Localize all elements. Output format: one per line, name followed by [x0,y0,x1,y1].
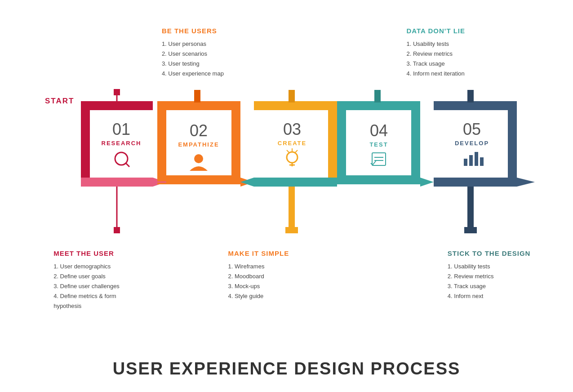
svg-rect-54 [469,155,473,166]
svg-rect-20 [254,101,337,110]
svg-rect-2 [81,101,153,110]
list-item: 2. Moodboard [228,272,318,281]
top-title-be-users: BE THE USERS [162,27,224,35]
bottom-list-stick: 1. Usability tests 2. Review metrics 3. … [448,262,546,301]
top-label-data-dont-lie: DATA DON'T LIE 1. Usability tests 2. Rev… [406,27,465,79]
svg-rect-53 [464,159,467,166]
svg-rect-57 [467,187,474,229]
svg-text:EMPATHIZE: EMPATHIZE [178,141,219,148]
bottom-label-make-simple: MAKE IT SIMPLE 1. Wireframes 2. Moodboar… [228,249,318,311]
svg-rect-12 [114,227,120,233]
list-item: 3. Define user challenges [53,281,143,291]
svg-rect-21 [328,101,337,187]
list-item: 1. User demographics [53,262,143,272]
list-item: 4. Inform next [448,291,546,301]
svg-rect-50 [467,90,474,102]
svg-rect-46 [508,101,517,187]
svg-text:RESEARCH: RESEARCH [102,140,142,147]
diagram-svg: 01 RESEARCH 02 EMPATHIZE [27,88,546,249]
svg-rect-34 [289,187,295,229]
svg-text:05: 05 [463,120,481,138]
list-item: 4. Style guide [228,291,318,301]
page-container: BE THE USERS 1. User personas 2. User sc… [0,0,573,392]
list-item: 4. Inform next iteration [406,69,465,79]
svg-marker-44 [420,178,434,187]
list-item: 1. User personas [162,39,224,49]
bottom-list-meet: 1. User demographics 2. Define user goal… [53,262,143,311]
bottom-title-stick: STICK TO THE DESIGN [448,249,546,257]
svg-text:DEVELOP: DEVELOP [455,140,489,147]
svg-rect-15 [194,90,200,102]
svg-text:CREATE: CREATE [278,140,306,147]
top-labels: BE THE USERS 1. User personas 2. User sc… [0,27,573,79]
top-title-data: DATA DON'T LIE [406,27,465,35]
top-label-be-the-users: BE THE USERS 1. User personas 2. User sc… [162,27,224,79]
bottom-title-make: MAKE IT SIMPLE [228,249,318,257]
list-item: 2. Define user goals [53,272,143,281]
svg-rect-55 [475,152,478,166]
list-item: 2. User scenarios [162,49,224,59]
svg-text:03: 03 [283,120,301,138]
list-item: 1. Usability tests [448,262,546,272]
bottom-label-meet-user: MEET THE USER 1. User demographics 2. De… [53,249,143,311]
svg-rect-4 [81,178,153,187]
svg-rect-35 [285,227,298,233]
svg-rect-1 [114,89,120,95]
list-item: 3. Mock-ups [228,281,318,291]
svg-text:TEST: TEST [369,141,388,148]
bottom-label-stick: STICK TO THE DESIGN 1. Usability tests 2… [448,249,546,311]
svg-rect-56 [480,157,484,166]
list-item: 2. Review metrics [406,49,465,59]
bottom-list-make: 1. Wireframes 2. Moodboard 3. Mock-ups 4… [228,262,318,301]
list-item: 4. Define metrics & form hypothesis [53,291,143,311]
svg-text:04: 04 [370,121,388,140]
list-item: 1. Usability tests [406,39,465,49]
svg-rect-22 [254,178,337,187]
bottom-title-meet: MEET THE USER [53,249,143,257]
svg-rect-58 [464,227,477,233]
svg-marker-48 [517,178,535,187]
svg-rect-3 [81,101,90,187]
list-item: 3. Track usage [406,59,465,69]
list-item: 2. Review metrics [448,272,546,281]
svg-text:01: 01 [112,120,130,138]
svg-point-18 [194,154,203,163]
list-item: 3. User testing [162,59,224,69]
page-title: USER EXPERIENCE DESIGN PROCESS [0,359,573,379]
list-item: 3. Track usage [448,281,546,291]
svg-rect-47 [434,178,517,187]
bottom-labels: MEET THE USER 1. User demographics 2. De… [0,249,573,311]
list-item: 4. User experience map [162,69,224,79]
top-list-data: 1. Usability tests 2. Review metrics 3. … [406,39,465,79]
svg-rect-38 [374,90,381,102]
top-list-be-users: 1. User personas 2. User scenarios 3. Us… [162,39,224,79]
svg-rect-45 [434,101,517,110]
list-item: 1. Wireframes [228,262,318,272]
svg-text:02: 02 [190,121,208,140]
svg-rect-25 [289,90,295,102]
